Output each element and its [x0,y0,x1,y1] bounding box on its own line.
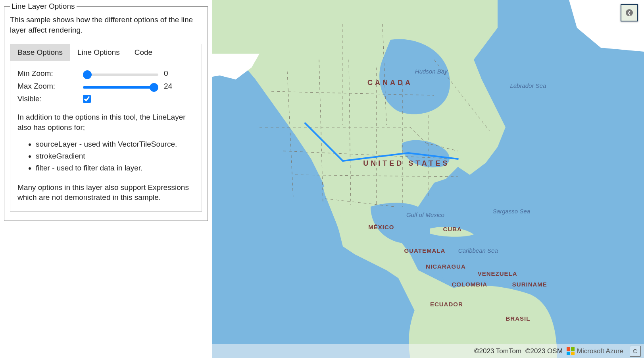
smiley-icon: ☺ [632,347,638,355]
max-zoom-slider-wrap [83,82,158,91]
panel-intro: This sample shows how the different opti… [10,15,202,35]
notes-item: filter - used to filter data in layer. [36,162,194,174]
brand-text: Microsoft Azure [577,347,623,355]
attr-tomtom: ©2023 TomTom [474,347,521,355]
max-zoom-value: 24 [164,82,176,91]
max-zoom-slider[interactable] [83,86,158,89]
tab-pane-base: Min Zoom: 0 Max Zoom: 24 Visible: [10,61,202,212]
panel-legend: Line Layer Options [10,2,77,11]
min-zoom-row: Min Zoom: 0 [17,69,194,78]
visible-label: Visible: [17,95,83,103]
attr-osm: ©2023 OSM [525,347,563,355]
min-zoom-value: 0 [164,69,176,78]
min-zoom-slider[interactable] [83,74,158,76]
notes-item: strokeGradient [36,150,194,162]
app-root: Line Layer Options This sample shows how… [0,0,644,358]
max-zoom-label: Max Zoom: [17,82,83,91]
chevron-left-icon: ❮ [626,9,633,16]
max-zoom-row: Max Zoom: 24 [17,82,194,91]
map-feedback-button[interactable]: ☺ [630,346,641,357]
tab-code[interactable]: Code [127,44,160,61]
tabs: Base Options Line Options Code [10,44,202,61]
map-canvas [212,0,644,358]
min-zoom-slider-wrap [83,69,158,78]
options-panel: Line Layer Options This sample shows how… [0,0,212,358]
options-fieldset: Line Layer Options This sample shows how… [4,2,208,221]
notes-trail: Many options in this layer also support … [17,182,194,203]
notes-item: sourceLayer - used with VectorTileSource… [36,138,194,150]
map[interactable]: CANADAUNITED STATESMÉXICOCUBAGUATEMALANI… [212,0,644,358]
notes: In addition to the options in this tool,… [17,112,194,203]
map-style-selector-button[interactable]: ❮ [621,4,638,21]
visible-checkbox[interactable] [83,95,91,103]
map-attribution: ©2023 TomTom ©2023 OSM Microsoft Azure ☺ [212,344,644,358]
notes-lead: In addition to the options in this tool,… [17,112,194,132]
min-zoom-label: Min Zoom: [17,69,83,78]
notes-list: sourceLayer - used with VectorTileSource… [17,138,194,174]
visible-row: Visible: [17,95,194,103]
microsoft-azure-logo: Microsoft Azure [567,347,623,355]
tab-base-options[interactable]: Base Options [10,44,70,61]
tab-line-options[interactable]: Line Options [70,44,127,61]
microsoft-icon [567,347,575,355]
